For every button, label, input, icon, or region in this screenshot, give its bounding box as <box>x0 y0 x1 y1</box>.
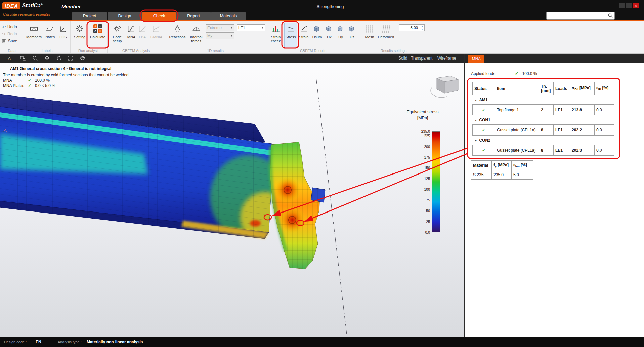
pan-icon[interactable] <box>44 55 50 61</box>
loads-cell: LE1 <box>554 145 570 156</box>
table-row[interactable]: ✓ Gusset plate (CPL1a) 8 LE1 202.2 0.0 <box>473 125 614 136</box>
stress-label: Stress <box>285 35 296 39</box>
lba-button[interactable]: LBA <box>137 23 148 48</box>
material-row[interactable]: S 235 235.0 5.0 <box>471 170 533 180</box>
save-button[interactable]: Save <box>2 38 17 44</box>
design-code-value: EN <box>36 340 41 344</box>
eps-cell: 0.0 <box>595 145 614 156</box>
internal-forces-button[interactable]: Internal forces <box>187 23 205 48</box>
item-cell: Top flange 1 <box>495 105 539 115</box>
fit-view-icon[interactable] <box>67 55 73 61</box>
logo-statica: StatiCa® <box>22 3 43 9</box>
extreme-value: Extreme <box>207 26 222 30</box>
minimize-button[interactable]: ─ <box>619 3 625 8</box>
extreme-dropdown[interactable]: Extreme▼ <box>206 24 234 31</box>
group-label-run: Run analysis <box>71 49 107 53</box>
zoom-icon[interactable] <box>32 55 38 61</box>
tab-project[interactable]: Project <box>72 12 107 20</box>
gmnia-label: GMNIA <box>150 35 162 39</box>
my-dropdown[interactable]: My▼ <box>206 32 234 39</box>
spin-up-icon[interactable]: ▲ <box>420 25 424 28</box>
mna-button[interactable]: MNA <box>126 23 137 48</box>
deformation-scale-spinner[interactable]: 5.00 ▲▼ <box>399 24 425 31</box>
redo-button[interactable]: ↷Redo <box>2 31 17 37</box>
strain-button[interactable]: Strain <box>297 23 310 48</box>
warning-icon: ⚠ <box>3 128 7 133</box>
group-row-con1[interactable]: ▼CON1 <box>473 115 614 125</box>
navigation-cube[interactable] <box>431 76 458 98</box>
table-row[interactable]: ✓ Gusset plate (CPL1a) 8 LE1 202.3 0.0 <box>473 145 614 156</box>
load-case-dropdown[interactable]: LE1▼ <box>237 24 265 31</box>
search-icon[interactable] <box>608 13 613 18</box>
code-setup-button[interactable]: Code setup <box>110 23 125 48</box>
plates-button[interactable]: Plates <box>43 23 56 48</box>
viewport-3d[interactable]: ⚠ AM1 General cross section 4 - General … <box>0 63 464 337</box>
appearance-brush-icon[interactable] <box>80 55 86 61</box>
fem-model <box>0 63 464 337</box>
close-button[interactable]: × <box>633 3 639 8</box>
col-fy: fy [MPa] <box>492 161 512 170</box>
maximize-icon <box>628 5 630 7</box>
deformed-button[interactable]: Deformed <box>377 23 395 48</box>
uy-button[interactable]: Uy <box>335 23 346 48</box>
code-setup-gear-icon <box>113 23 121 34</box>
reactions-button[interactable]: Reactions <box>168 23 187 48</box>
maximize-button[interactable] <box>626 3 632 8</box>
table-row[interactable]: ✓ Top flange 1 2 LE1 213.8 0.0 <box>473 105 614 115</box>
deformed-icon <box>382 23 390 34</box>
reactions-icon <box>173 23 182 34</box>
undo-button[interactable]: ↶Undo <box>2 24 17 30</box>
home-view-icon[interactable]: ⌂ <box>6 55 12 61</box>
mna-plates-status-label: MNA Plates <box>3 83 24 88</box>
panel-tab-mna[interactable]: MNA <box>468 55 484 63</box>
material-eps-cell: 5.0 <box>512 170 533 180</box>
tab-check[interactable]: Check <box>142 12 176 20</box>
view-mode-wireframe[interactable]: Wireframe <box>437 56 456 61</box>
spin-down-icon[interactable]: ▼ <box>420 28 424 31</box>
group-label-cbfem-results: CBFEM Results <box>266 49 360 53</box>
strain-check-label: Strain check <box>268 35 284 43</box>
gmnia-button[interactable]: GMNIA <box>148 23 164 48</box>
view-mode-solid[interactable]: Solid <box>398 56 407 61</box>
setting-button[interactable]: Setting <box>73 23 87 48</box>
sigma-cell: 202.2 <box>570 125 595 136</box>
tab-report[interactable]: Report <box>176 12 211 20</box>
status-cell: ✓ <box>473 125 495 136</box>
sigma-cell: 202.3 <box>570 145 595 156</box>
tab-design[interactable]: Design <box>108 12 142 20</box>
collapse-triangle-icon[interactable]: ▼ <box>475 99 477 102</box>
collapse-triangle-icon[interactable]: ▼ <box>475 119 477 122</box>
status-check-icon: ✓ <box>482 108 485 112</box>
zoom-window-icon[interactable] <box>20 55 26 61</box>
tab-materials[interactable]: Materials <box>211 12 246 20</box>
members-button[interactable]: Members <box>26 23 42 48</box>
view-mode-transparent[interactable]: Transparent <box>411 56 432 61</box>
lcs-button[interactable]: LCS <box>57 23 69 48</box>
usum-button[interactable]: Usum <box>311 23 324 48</box>
registered-mark: ® <box>41 3 43 6</box>
collapse-triangle-icon[interactable]: ▼ <box>475 139 477 142</box>
search-input[interactable] <box>547 13 608 19</box>
item-cell: Gusset plate (CPL1a) <box>495 145 539 156</box>
group-row-am1[interactable]: ▼AM1 <box>473 95 614 105</box>
construction-axis-line <box>316 78 347 337</box>
ribbon-group-cbfem-results: Strain check Stress Strain Usum Ux Uy Uz… <box>266 21 360 53</box>
viewport-warning-title: AM1 General cross section 4 - General is… <box>10 66 111 71</box>
stress-button[interactable]: Stress <box>285 23 297 48</box>
col-status: Status <box>473 82 495 95</box>
calculate-button[interactable]: +− ×= Calculate <box>89 23 107 48</box>
strain-check-button[interactable]: Strain check <box>268 23 284 48</box>
eps-cell: 0.0 <box>595 125 614 136</box>
ribbon-group-run: Setting +− ×= Calculate Run analysis <box>71 21 108 53</box>
legend-tick: 75 <box>415 198 430 202</box>
group-row-con2[interactable]: ▼CON2 <box>473 136 614 145</box>
mesh-button[interactable]: Mesh <box>363 23 376 48</box>
ux-button[interactable]: Ux <box>324 23 334 48</box>
orbit-icon[interactable] <box>56 55 62 61</box>
legend-tick: 200 <box>415 145 430 149</box>
legend-tick: 100 <box>415 187 430 191</box>
uz-button[interactable]: Uz <box>347 23 357 48</box>
mna-plates-status-value: 0.0 < 5.0 % <box>35 83 55 88</box>
members-icon <box>30 23 38 34</box>
legend-tick: 0.0 <box>415 230 430 234</box>
